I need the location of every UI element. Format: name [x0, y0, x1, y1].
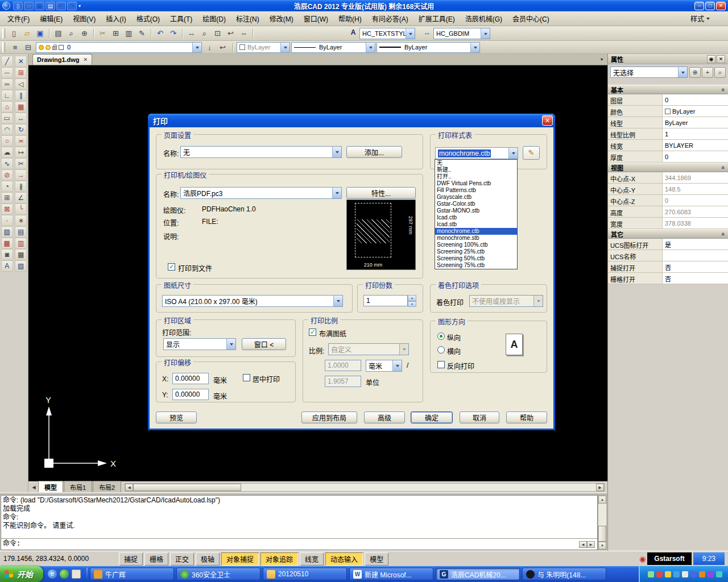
plot-style-option[interactable]: Gstar-MONO.stb: [435, 207, 517, 214]
sep-icon[interactable]: [180, 28, 184, 39]
edit-plot-style-button[interactable]: ✎: [523, 146, 540, 160]
menu-item[interactable]: 会员中心(C): [507, 11, 555, 26]
new-icon[interactable]: ▯: [13, 2, 23, 10]
property-value[interactable]: BYLAYER: [663, 140, 728, 151]
maximize-button[interactable]: □: [705, 2, 715, 10]
chevron-down-icon[interactable]: [392, 360, 402, 371]
dialog-close-icon[interactable]: ✕: [542, 115, 553, 126]
chevron-down-icon[interactable]: [366, 43, 375, 52]
status-toggle[interactable]: 对象捕捉: [221, 552, 259, 566]
plot-style-combo[interactable]: monochrome.ctb: [435, 147, 518, 159]
publish-icon[interactable]: ⊕: [78, 28, 90, 39]
printer-name-combo[interactable]: 浩辰PDF.pc3: [180, 187, 342, 199]
plot-style-option[interactable]: Screening 75%.ctb: [435, 262, 517, 269]
zoom-extents-icon[interactable]: ⇔: [238, 28, 250, 39]
horizontal-scrollbar[interactable]: ◀ ▶: [125, 483, 605, 492]
explode-icon[interactable]: ∗: [15, 215, 27, 226]
layer-freeze-icon[interactable]: [46, 45, 51, 50]
property-value[interactable]: 270.6083: [663, 206, 728, 217]
scale-unit-combo[interactable]: 毫米: [366, 360, 402, 372]
spline-icon[interactable]: ∿: [1, 158, 13, 169]
minimize-button[interactable]: –: [694, 2, 704, 10]
plot-style-option[interactable]: 打开..: [435, 173, 517, 180]
zoom-previous-icon[interactable]: ↩: [225, 28, 237, 39]
tray-icon[interactable]: [673, 571, 680, 577]
move-icon[interactable]: ↔: [15, 113, 27, 124]
quick-select-button[interactable]: ⌕: [714, 67, 726, 78]
extend-icon[interactable]: →: [15, 169, 27, 181]
pan-icon[interactable]: ↔: [185, 28, 197, 39]
property-value[interactable]: ByLayer: [663, 117, 728, 128]
status-toggle[interactable]: 动态输入: [325, 552, 363, 566]
portrait-radio[interactable]: [437, 332, 445, 340]
offset-icon[interactable]: ∥: [15, 90, 27, 101]
plot-style-option[interactable]: Screening 25%.ctb: [435, 248, 517, 255]
insert-block-icon[interactable]: ⊞: [1, 192, 13, 203]
property-value[interactable]: 否: [663, 273, 728, 284]
tray-icon[interactable]: [648, 571, 654, 577]
ellipse-icon[interactable]: ⊘: [1, 169, 13, 181]
plot-style-option[interactable]: Grayscale.ctb: [435, 194, 517, 201]
dialog-titlebar[interactable]: 打印: [148, 114, 555, 127]
section-header-basic[interactable]: 基本 «: [608, 85, 728, 94]
property-value[interactable]: 0: [663, 94, 728, 105]
property-value[interactable]: 0: [663, 195, 728, 206]
taskbar-task[interactable]: G 浩辰CAD机械20...: [436, 568, 520, 580]
command-history[interactable]: 命令: (load "D:/Gstarsoft/GStarMech2012/Gs…: [1, 495, 598, 550]
chevron-down-icon[interactable]: [332, 188, 341, 198]
paste-clip-icon[interactable]: ▥: [15, 238, 27, 249]
style-menu[interactable]: 样式: [690, 14, 726, 23]
menu-item[interactable]: 文件(F): [2, 11, 35, 26]
property-value[interactable]: [663, 250, 728, 261]
copy-icon[interactable]: ⊞: [110, 28, 122, 39]
status-toggle[interactable]: 捕捉: [119, 552, 143, 566]
menu-item[interactable]: 视图(V): [68, 11, 101, 26]
undo-icon[interactable]: ↶: [56, 2, 66, 10]
linetype-combo[interactable]: ByLayer: [291, 42, 375, 53]
start-button[interactable]: 开始: [0, 566, 43, 582]
menu-item[interactable]: 格式(O): [131, 11, 165, 26]
property-value[interactable]: 0: [663, 151, 728, 162]
break-icon[interactable]: ∦: [15, 181, 27, 192]
taskbar-task[interactable]: 与 朱明明(148...: [522, 568, 606, 580]
array-icon[interactable]: ▦: [15, 101, 27, 113]
plot-style-option[interactable]: DWF Virtual Pens.ctb: [435, 180, 517, 187]
status-toggle[interactable]: 对象追踪: [260, 552, 298, 566]
scale-icon[interactable]: ≍: [15, 135, 27, 147]
plot-preview-icon[interactable]: ⌕: [65, 28, 77, 39]
help-button[interactable]: 帮助: [506, 411, 547, 423]
layer-properties-icon[interactable]: ≡: [9, 41, 21, 53]
make-object-layer-icon[interactable]: ↓: [204, 41, 216, 53]
redo-icon[interactable]: ↷: [167, 28, 179, 39]
text-icon[interactable]: A: [1, 260, 13, 272]
color-combo[interactable]: ByLayer: [237, 42, 290, 53]
close-panel-icon[interactable]: ✕: [717, 55, 725, 63]
cut-icon[interactable]: ✂: [97, 28, 109, 39]
show-desktop-icon[interactable]: [72, 569, 81, 579]
plot-range-combo[interactable]: 显示: [163, 338, 236, 350]
property-value[interactable]: 1: [663, 128, 728, 139]
plot-style-option[interactable]: Gstar-Color.stb: [435, 201, 517, 207]
landscape-radio[interactable]: [437, 346, 445, 354]
plot-style-option[interactable]: Fill Patterns.ctb: [435, 187, 517, 194]
menu-item[interactable]: 标注(N): [231, 11, 264, 26]
plot-style-option[interactable]: monochrome.stb: [435, 235, 517, 242]
drawing-tab[interactable]: Drawing1.dwg ✕: [32, 54, 92, 65]
paste-special-icon[interactable]: ▧: [15, 260, 27, 272]
collapse-chevron-icon[interactable]: «: [720, 88, 727, 91]
toolbar-grip[interactable]: [2, 28, 5, 39]
copies-spinner[interactable]: ▲▼: [408, 295, 416, 307]
section-header-misc[interactable]: 其它 «: [608, 229, 728, 239]
status-toggle[interactable]: 线宽: [300, 552, 324, 566]
360-icon[interactable]: [60, 569, 69, 579]
status-notification-icon[interactable]: ◉: [639, 555, 646, 563]
menu-item[interactable]: 插入(I): [101, 11, 131, 26]
menu-item[interactable]: 帮助(H): [333, 11, 367, 26]
select-objects-button[interactable]: +: [702, 67, 713, 78]
apply-to-layout-button[interactable]: 应用到布局: [301, 411, 357, 423]
plot-icon[interactable]: ▤: [52, 28, 64, 39]
property-value[interactable]: 否: [663, 261, 728, 272]
offset-x-input[interactable]: 0.00000: [172, 373, 209, 384]
paper-size-combo[interactable]: ISO A4 (210.00 x 297.00 毫米): [162, 295, 343, 307]
cancel-button[interactable]: 取消: [460, 411, 499, 423]
